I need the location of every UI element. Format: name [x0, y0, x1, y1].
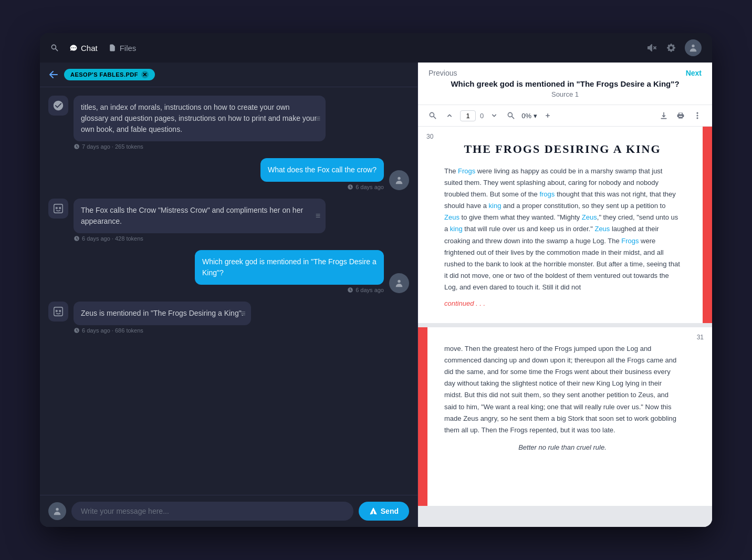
pdf-page-body-31: move. Then the greatest hero of the Frog… — [444, 343, 681, 436]
user-message-2-text: Which greek god is mentioned in "The Fro… — [202, 257, 377, 277]
svg-point-1 — [56, 208, 57, 209]
back-button[interactable] — [48, 69, 59, 80]
pdf-moral: Better no rule than cruel rule. — [444, 443, 681, 451]
bot-bubble-wrap-3: Zeus is mentioned in "The Frogs Desiring… — [74, 302, 251, 334]
message-timestamp-2: 6 days ago · 428 tokens — [74, 235, 326, 242]
user-message-1-text: What does the Fox call the crow? — [268, 165, 377, 174]
user-message-wrap-1: What does the Fox call the crow? 6 days … — [260, 158, 384, 190]
mute-icon[interactable] — [647, 43, 657, 53]
pdf-panel: Previous Next Which greek god is mention… — [418, 63, 712, 527]
settings-icon[interactable] — [666, 43, 676, 53]
user-avatar[interactable] — [685, 39, 702, 56]
bot-bubble-wrap-2: The Fox calls the Crow "Mistress Crow" a… — [74, 199, 326, 242]
file-tag[interactable]: AESOP'S FABLES.PDF ✕ — [64, 69, 155, 80]
user-message-wrap-2: Which greek god is mentioned in "The Fro… — [195, 250, 384, 293]
more-options-icon[interactable] — [691, 109, 704, 122]
main-content: AESOP'S FABLES.PDF ✕ titles, an index o — [40, 63, 712, 527]
pdf-page-sep: 0 — [480, 112, 484, 120]
bot-bubble-wrap-1: titles, an index of morals, instructions… — [74, 96, 326, 150]
topbar-right — [647, 39, 702, 56]
bot-avatar-2 — [48, 199, 68, 219]
message-bot-1: titles, an index of morals, instructions… — [48, 96, 409, 150]
pdf-next-button[interactable]: Next — [686, 69, 702, 77]
pdf-zoom-arrow: ▾ — [534, 112, 537, 120]
pdf-page-31: 31 move. Then the greatest hero of the F… — [418, 327, 712, 506]
pdf-toolbar: 0 0% ▾ — [418, 105, 712, 127]
bot-bubble-3: Zeus is mentioned in "The Frogs Desiring… — [74, 302, 251, 325]
message-timestamp-1: 7 days ago · 265 tokens — [74, 143, 326, 150]
pdf-continued: continued . . . — [444, 299, 681, 307]
topbar: Chat Files — [40, 33, 712, 63]
message-user-1: What does the Fox call the crow? 6 days … — [48, 158, 409, 190]
pdf-zoom-value: 0% — [521, 112, 531, 120]
pdf-page-number-30: 30 — [426, 133, 433, 140]
message-menu-1[interactable]: ≡ — [316, 112, 320, 125]
message-bot-2: The Fox calls the Crow "Mistress Crow" a… — [48, 199, 409, 242]
zoom-in-icon[interactable] — [541, 109, 554, 122]
timestamp-3: 6 days ago · 686 tokens — [82, 327, 143, 334]
user-bubble-1: What does the Fox call the crow? — [260, 158, 384, 182]
chat-header: AESOP'S FABLES.PDF ✕ — [40, 63, 417, 87]
pdf-page-body-30: The Frogs were living as happy as could … — [444, 165, 681, 293]
pdf-page-title: The Frogs Desiring a King — [444, 142, 681, 156]
user-time-2: 6 days ago — [356, 287, 384, 293]
bot-message-2-text: The Fox calls the Crow "Mistress Crow" a… — [81, 206, 303, 225]
message-user-2: Which greek god is mentioned in "The Fro… — [48, 250, 409, 293]
bot-bubble-1: titles, an index of morals, instructions… — [74, 96, 326, 141]
print-icon[interactable] — [674, 109, 687, 122]
app-window: Chat Files — [40, 33, 712, 527]
pdf-next-page-icon[interactable] — [488, 109, 500, 122]
topbar-left: Chat Files — [50, 44, 136, 53]
send-button[interactable]: Send — [359, 502, 409, 521]
message-input[interactable] — [71, 502, 353, 521]
message-menu-2[interactable]: ≡ — [316, 210, 320, 222]
pdf-prev-button[interactable]: Previous — [429, 69, 457, 77]
files-nav-item[interactable]: Files — [108, 44, 137, 53]
message-timestamp-3: 6 days ago · 686 tokens — [74, 327, 251, 334]
search-pdf-icon[interactable] — [426, 109, 439, 122]
bot-bubble-2: The Fox calls the Crow "Mistress Crow" a… — [74, 199, 326, 233]
user-bubble-2: Which greek god is mentioned in "The Fro… — [195, 250, 384, 285]
file-tag-close[interactable]: ✕ — [141, 71, 149, 78]
file-tag-label: AESOP'S FABLES.PDF — [70, 71, 138, 78]
download-icon[interactable] — [657, 109, 670, 122]
timestamp-2: 6 days ago · 428 tokens — [82, 235, 143, 242]
message-menu-3[interactable]: ≡ — [241, 307, 245, 320]
pdf-red-bar-left — [418, 327, 427, 506]
timestamp-1: 7 days ago · 265 tokens — [82, 143, 143, 150]
svg-point-2 — [59, 208, 61, 209]
messages-area: titles, an index of morals, instructions… — [40, 87, 417, 495]
send-label: Send — [381, 507, 399, 515]
user-avatar-1 — [389, 170, 409, 190]
input-user-avatar — [48, 502, 66, 520]
message-bot-3: Zeus is mentioned in "The Frogs Desiring… — [48, 302, 409, 334]
pdf-page-30: 30 The Frogs Desiring a King The Frogs w… — [418, 127, 712, 323]
bot-message-1-text: titles, an index of morals, instructions… — [81, 103, 317, 133]
chat-panel: AESOP'S FABLES.PDF ✕ titles, an index o — [40, 63, 418, 527]
bot-avatar-1 — [48, 96, 68, 116]
search-button[interactable] — [50, 44, 59, 52]
pdf-prev-page-icon[interactable] — [443, 109, 456, 122]
user-avatar-2 — [389, 273, 409, 293]
pdf-source: Source 1 — [551, 90, 579, 98]
bot-avatar-3 — [48, 302, 68, 322]
svg-rect-3 — [54, 307, 63, 316]
bot-message-3-text: Zeus is mentioned in "The Frogs Desiring… — [81, 309, 244, 317]
svg-point-4 — [56, 310, 57, 312]
pdf-page-input[interactable] — [460, 110, 476, 121]
pdf-question: Which greek god is mentioned in "The Fro… — [451, 79, 679, 88]
pdf-page-divider — [418, 323, 712, 327]
svg-rect-0 — [54, 204, 63, 213]
svg-point-5 — [59, 310, 61, 312]
chat-nav-label: Chat — [81, 44, 98, 53]
pdf-page-number-31: 31 — [697, 334, 704, 341]
chat-nav-item[interactable]: Chat — [69, 44, 98, 53]
user-timestamp-1: 6 days ago — [347, 184, 384, 190]
pdf-nav-row: Previous Next — [429, 69, 702, 77]
input-area: Send — [40, 495, 417, 527]
files-nav-label: Files — [120, 44, 137, 53]
pdf-header: Previous Next Which greek god is mention… — [418, 63, 712, 105]
zoom-out-icon[interactable] — [505, 109, 517, 122]
pdf-content: 30 The Frogs Desiring a King The Frogs w… — [418, 127, 712, 527]
pdf-red-bar-right — [703, 127, 712, 323]
